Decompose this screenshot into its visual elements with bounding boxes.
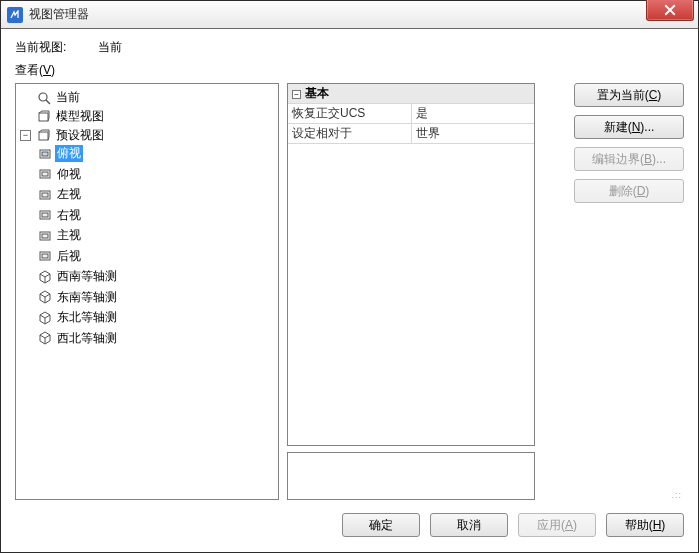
property-row[interactable]: 恢复正交UCS 是 bbox=[288, 104, 534, 124]
svg-point-0 bbox=[39, 93, 47, 101]
header-area: 当前视图: 当前 查看(V) bbox=[1, 29, 698, 83]
current-view-row: 当前视图: 当前 bbox=[15, 39, 684, 56]
tree-collapse-toggle[interactable]: − bbox=[20, 130, 31, 141]
side-button-column: 置为当前(C) 新建(N)... 编辑边界(B)... 删除(D) .:: bbox=[543, 83, 684, 500]
tree-panel[interactable]: 当前 模型视图 − bbox=[15, 83, 279, 500]
set-current-button[interactable]: 置为当前(C) bbox=[574, 83, 684, 107]
iso-icon bbox=[38, 270, 52, 284]
help-button[interactable]: 帮助(H) bbox=[606, 513, 684, 537]
ortho-icon bbox=[38, 188, 52, 202]
tree-node-model-views[interactable]: 模型视图 bbox=[20, 108, 106, 125]
svg-rect-10 bbox=[42, 213, 48, 217]
property-value[interactable]: 是 bbox=[411, 104, 534, 124]
tree-node-nw-iso[interactable]: 西北等轴测 bbox=[38, 330, 119, 347]
delete-button: 删除(D) bbox=[574, 179, 684, 203]
tree-node-left-view[interactable]: 左视 bbox=[38, 186, 83, 203]
svg-rect-2 bbox=[39, 132, 48, 140]
window-title: 视图管理器 bbox=[29, 6, 89, 23]
property-value[interactable]: 世界 bbox=[411, 124, 534, 144]
look-menu[interactable]: 查看(V) bbox=[15, 63, 55, 77]
svg-rect-1 bbox=[39, 113, 48, 121]
tree-node-front-view[interactable]: 主视 bbox=[38, 227, 83, 244]
lens-icon bbox=[37, 91, 51, 105]
property-description-box bbox=[287, 452, 535, 500]
svg-rect-12 bbox=[42, 234, 48, 238]
box-icon bbox=[37, 110, 51, 124]
ortho-icon bbox=[38, 147, 52, 161]
property-row[interactable]: 设定相对于 世界 bbox=[288, 124, 534, 144]
edit-boundary-button: 编辑边界(B)... bbox=[574, 147, 684, 171]
app-icon bbox=[7, 7, 23, 23]
ortho-icon bbox=[38, 249, 52, 263]
tree-node-bottom-view[interactable]: 仰视 bbox=[38, 166, 83, 183]
property-key: 设定相对于 bbox=[288, 124, 411, 144]
property-category-row[interactable]: −基本 bbox=[288, 84, 534, 104]
new-button[interactable]: 新建(N)... bbox=[574, 115, 684, 139]
current-view-value: 当前 bbox=[98, 39, 122, 56]
ok-button[interactable]: 确定 bbox=[342, 513, 420, 537]
tree-node-sw-iso[interactable]: 西南等轴测 bbox=[38, 268, 119, 285]
apply-button: 应用(A) bbox=[518, 513, 596, 537]
svg-rect-14 bbox=[42, 254, 48, 258]
property-key: 恢复正交UCS bbox=[288, 104, 411, 124]
ortho-icon bbox=[38, 208, 52, 222]
property-column: −基本 恢复正交UCS 是 设定相对于 世界 bbox=[287, 83, 535, 500]
dialog-window: 视图管理器 当前视图: 当前 查看(V) bbox=[0, 0, 699, 553]
tree-node-se-iso[interactable]: 东南等轴测 bbox=[38, 289, 119, 306]
client-area: 当前视图: 当前 查看(V) 当前 bbox=[1, 29, 698, 552]
view-tree[interactable]: 当前 模型视图 − bbox=[18, 88, 276, 350]
tree-spacer bbox=[20, 92, 31, 103]
resize-grip-icon[interactable]: .:: bbox=[671, 490, 684, 500]
ortho-icon bbox=[38, 229, 52, 243]
tree-node-current[interactable]: 当前 bbox=[20, 89, 82, 106]
svg-rect-4 bbox=[42, 152, 48, 156]
property-grid[interactable]: −基本 恢复正交UCS 是 设定相对于 世界 bbox=[287, 83, 535, 446]
iso-icon bbox=[38, 290, 52, 304]
tree-node-preset-views[interactable]: − 预设视图 bbox=[20, 127, 106, 144]
tree-node-ne-iso[interactable]: 东北等轴测 bbox=[38, 309, 119, 326]
tree-spacer bbox=[20, 111, 31, 122]
svg-rect-8 bbox=[42, 193, 48, 197]
cancel-button[interactable]: 取消 bbox=[430, 513, 508, 537]
iso-icon bbox=[38, 311, 52, 325]
box-icon bbox=[37, 129, 51, 143]
close-button[interactable] bbox=[646, 0, 694, 21]
svg-rect-6 bbox=[42, 172, 48, 176]
ortho-icon bbox=[38, 167, 52, 181]
current-view-label: 当前视图: bbox=[15, 39, 66, 56]
main-area: 当前 模型视图 − bbox=[1, 83, 698, 508]
tree-node-back-view[interactable]: 后视 bbox=[38, 248, 83, 265]
tree-node-right-view[interactable]: 右视 bbox=[38, 207, 83, 224]
category-collapse-toggle[interactable]: − bbox=[292, 90, 301, 99]
iso-icon bbox=[38, 331, 52, 345]
bottom-button-bar: 确定 取消 应用(A) 帮助(H) bbox=[1, 508, 698, 552]
titlebar[interactable]: 视图管理器 bbox=[1, 1, 698, 29]
tree-node-top-view[interactable]: 俯视 bbox=[38, 145, 83, 162]
